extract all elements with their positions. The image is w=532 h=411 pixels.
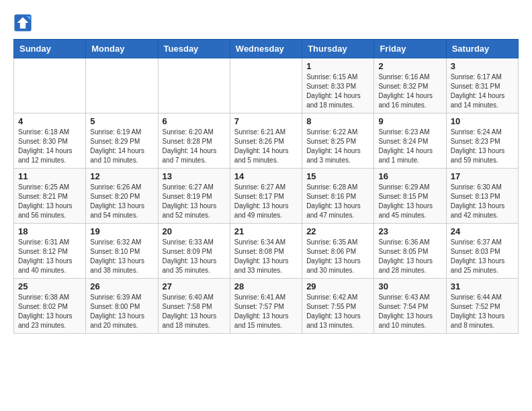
calendar-header-monday: Monday [86,40,158,58]
day-number: 30 [378,281,441,291]
day-info: Sunrise: 6:16 AM Sunset: 8:32 PM Dayligh… [378,73,441,110]
calendar-cell [230,58,302,113]
day-info: Sunrise: 6:22 AM Sunset: 8:25 PM Dayligh… [306,128,369,165]
logo-icon [13,13,32,32]
day-info: Sunrise: 6:32 AM Sunset: 8:10 PM Dayligh… [90,238,153,275]
day-info: Sunrise: 6:21 AM Sunset: 8:26 PM Dayligh… [234,128,298,165]
calendar-cell: 24Sunrise: 6:37 AM Sunset: 8:03 PM Dayli… [446,224,518,279]
calendar-body: 1Sunrise: 6:15 AM Sunset: 8:33 PM Daylig… [14,58,519,334]
calendar-cell: 15Sunrise: 6:28 AM Sunset: 8:16 PM Dayli… [302,169,374,224]
day-number: 19 [90,226,153,236]
day-number: 24 [451,226,514,236]
calendar-cell [158,58,230,113]
day-number: 8 [306,116,369,126]
day-number: 1 [306,61,369,71]
day-info: Sunrise: 6:38 AM Sunset: 8:02 PM Dayligh… [18,293,81,330]
calendar-cell: 20Sunrise: 6:33 AM Sunset: 8:09 PM Dayli… [158,224,230,279]
day-number: 11 [18,171,81,181]
day-info: Sunrise: 6:19 AM Sunset: 8:29 PM Dayligh… [90,128,153,165]
day-info: Sunrise: 6:34 AM Sunset: 8:08 PM Dayligh… [234,238,298,275]
calendar-week-4: 18Sunrise: 6:31 AM Sunset: 8:12 PM Dayli… [14,224,519,279]
calendar-cell: 23Sunrise: 6:36 AM Sunset: 8:05 PM Dayli… [374,224,446,279]
day-number: 31 [451,281,514,291]
day-info: Sunrise: 6:29 AM Sunset: 8:15 PM Dayligh… [378,183,441,220]
calendar-header-saturday: Saturday [446,40,518,58]
day-number: 9 [378,116,441,126]
calendar-cell: 30Sunrise: 6:43 AM Sunset: 7:54 PM Dayli… [374,279,446,334]
calendar-cell [86,58,158,113]
calendar-cell: 28Sunrise: 6:41 AM Sunset: 7:57 PM Dayli… [230,279,302,334]
day-info: Sunrise: 6:27 AM Sunset: 8:19 PM Dayligh… [163,183,226,220]
day-number: 3 [451,61,514,71]
calendar-cell: 21Sunrise: 6:34 AM Sunset: 8:08 PM Dayli… [230,224,302,279]
day-info: Sunrise: 6:43 AM Sunset: 7:54 PM Dayligh… [378,293,441,330]
day-info: Sunrise: 6:27 AM Sunset: 8:17 PM Dayligh… [234,183,298,220]
calendar-cell [14,58,86,113]
calendar-cell: 4Sunrise: 6:18 AM Sunset: 8:30 PM Daylig… [14,113,86,169]
calendar-table: SundayMondayTuesdayWednesdayThursdayFrid… [13,39,519,334]
day-number: 7 [234,116,298,126]
day-info: Sunrise: 6:28 AM Sunset: 8:16 PM Dayligh… [306,183,369,220]
calendar-cell: 18Sunrise: 6:31 AM Sunset: 8:12 PM Dayli… [14,224,86,279]
day-info: Sunrise: 6:26 AM Sunset: 8:20 PM Dayligh… [90,183,153,220]
day-number: 23 [378,226,441,236]
calendar-cell: 10Sunrise: 6:24 AM Sunset: 8:23 PM Dayli… [446,113,518,169]
day-number: 10 [451,116,514,126]
day-info: Sunrise: 6:15 AM Sunset: 8:33 PM Dayligh… [306,73,369,110]
day-info: Sunrise: 6:37 AM Sunset: 8:03 PM Dayligh… [451,238,514,275]
calendar-header-sunday: Sunday [14,40,86,58]
calendar-header-wednesday: Wednesday [230,40,302,58]
day-info: Sunrise: 6:17 AM Sunset: 8:31 PM Dayligh… [451,73,514,110]
calendar-header-tuesday: Tuesday [158,40,230,58]
day-info: Sunrise: 6:42 AM Sunset: 7:55 PM Dayligh… [306,293,369,330]
day-number: 12 [90,171,153,181]
day-info: Sunrise: 6:25 AM Sunset: 8:21 PM Dayligh… [18,183,81,220]
day-number: 6 [163,116,226,126]
day-number: 20 [163,226,226,236]
calendar-cell: 2Sunrise: 6:16 AM Sunset: 8:32 PM Daylig… [374,58,446,113]
calendar-cell: 1Sunrise: 6:15 AM Sunset: 8:33 PM Daylig… [302,58,374,113]
calendar-week-2: 4Sunrise: 6:18 AM Sunset: 8:30 PM Daylig… [14,113,519,169]
calendar-cell: 3Sunrise: 6:17 AM Sunset: 8:31 PM Daylig… [446,58,518,113]
day-number: 16 [378,171,441,181]
calendar-cell: 9Sunrise: 6:23 AM Sunset: 8:24 PM Daylig… [374,113,446,169]
calendar-cell: 25Sunrise: 6:38 AM Sunset: 8:02 PM Dayli… [14,279,86,334]
calendar-cell: 27Sunrise: 6:40 AM Sunset: 7:58 PM Dayli… [158,279,230,334]
calendar-header-thursday: Thursday [302,40,374,58]
day-info: Sunrise: 6:40 AM Sunset: 7:58 PM Dayligh… [163,293,226,330]
calendar-cell: 29Sunrise: 6:42 AM Sunset: 7:55 PM Dayli… [302,279,374,334]
day-number: 22 [306,226,369,236]
day-number: 27 [163,281,226,291]
day-number: 18 [18,226,81,236]
day-info: Sunrise: 6:24 AM Sunset: 8:23 PM Dayligh… [451,128,514,165]
calendar-cell: 22Sunrise: 6:35 AM Sunset: 8:06 PM Dayli… [302,224,374,279]
day-number: 28 [234,281,298,291]
calendar-cell: 13Sunrise: 6:27 AM Sunset: 8:19 PM Dayli… [158,169,230,224]
day-info: Sunrise: 6:35 AM Sunset: 8:06 PM Dayligh… [306,238,369,275]
logo [13,13,35,32]
calendar-week-1: 1Sunrise: 6:15 AM Sunset: 8:33 PM Daylig… [14,58,519,113]
day-info: Sunrise: 6:33 AM Sunset: 8:09 PM Dayligh… [163,238,226,275]
day-number: 2 [378,61,441,71]
calendar-cell: 19Sunrise: 6:32 AM Sunset: 8:10 PM Dayli… [86,224,158,279]
day-info: Sunrise: 6:18 AM Sunset: 8:30 PM Dayligh… [18,128,81,165]
calendar-cell: 5Sunrise: 6:19 AM Sunset: 8:29 PM Daylig… [86,113,158,169]
calendar-cell: 7Sunrise: 6:21 AM Sunset: 8:26 PM Daylig… [230,113,302,169]
day-info: Sunrise: 6:39 AM Sunset: 8:00 PM Dayligh… [90,293,153,330]
day-number: 15 [306,171,369,181]
day-number: 17 [451,171,514,181]
day-number: 5 [90,116,153,126]
day-info: Sunrise: 6:41 AM Sunset: 7:57 PM Dayligh… [234,293,298,330]
calendar-cell: 26Sunrise: 6:39 AM Sunset: 8:00 PM Dayli… [86,279,158,334]
day-number: 13 [163,171,226,181]
day-info: Sunrise: 6:30 AM Sunset: 8:13 PM Dayligh… [451,183,514,220]
calendar-header-row: SundayMondayTuesdayWednesdayThursdayFrid… [14,40,519,58]
calendar-cell: 17Sunrise: 6:30 AM Sunset: 8:13 PM Dayli… [446,169,518,224]
calendar-cell: 16Sunrise: 6:29 AM Sunset: 8:15 PM Dayli… [374,169,446,224]
calendar-cell: 8Sunrise: 6:22 AM Sunset: 8:25 PM Daylig… [302,113,374,169]
day-number: 4 [18,116,81,126]
calendar-week-5: 25Sunrise: 6:38 AM Sunset: 8:02 PM Dayli… [14,279,519,334]
page-header [13,13,519,32]
day-info: Sunrise: 6:44 AM Sunset: 7:52 PM Dayligh… [451,293,514,330]
day-info: Sunrise: 6:20 AM Sunset: 8:28 PM Dayligh… [163,128,226,165]
